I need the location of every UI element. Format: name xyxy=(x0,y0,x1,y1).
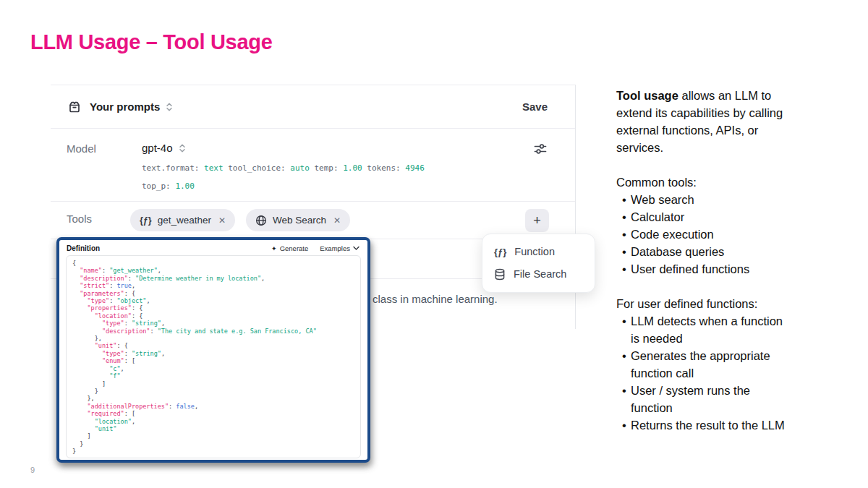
code-line: } xyxy=(72,440,354,448)
intro-bold: Tool usage xyxy=(616,89,678,102)
generate-button[interactable]: ✦ Generate xyxy=(271,244,308,252)
code-token: : xyxy=(109,282,116,289)
code-line: ] xyxy=(72,380,354,388)
chevron-updown-icon xyxy=(178,143,187,153)
chevron-down-icon xyxy=(353,246,359,251)
tool-chip-get-weather[interactable]: {ƒ} get_weather ✕ xyxy=(130,209,235,231)
menu-item-file-search[interactable]: File Search xyxy=(482,265,595,284)
code-line: "description": "Determine weather in my … xyxy=(72,275,354,282)
bullet-item: •Web search xyxy=(616,191,833,208)
param-key: tool_choice: xyxy=(228,163,285,173)
model-select[interactable]: gpt-4o xyxy=(142,142,187,154)
common-tools-heading: Common tools: xyxy=(616,174,833,191)
bullet-text: Calculator xyxy=(631,208,833,226)
code-token: "The city and state e.g. San Francisco, … xyxy=(158,328,317,335)
code-token: : xyxy=(102,267,109,274)
bullet-text: Returns the result to the LLM xyxy=(631,416,833,434)
code-line: }, xyxy=(72,335,354,342)
code-token: : [ xyxy=(124,357,135,364)
sliders-settings-icon[interactable] xyxy=(533,142,548,156)
param-value: text xyxy=(204,163,224,173)
tool-chip-web-search[interactable]: Web Search ✕ xyxy=(246,209,350,231)
bullet-text: Web search xyxy=(631,191,833,208)
bullet-item: •Code execution xyxy=(616,226,833,243)
code-token xyxy=(72,328,102,335)
add-tool-button[interactable]: + xyxy=(525,209,549,232)
code-token: : xyxy=(109,297,116,304)
save-button[interactable]: Save xyxy=(522,100,548,113)
code-line: "strict": true, xyxy=(72,282,354,289)
code-token: , xyxy=(132,418,135,425)
bullet-item: •Database queries xyxy=(616,243,833,260)
code-token: } xyxy=(72,448,76,455)
code-token: "get_weather" xyxy=(109,267,158,274)
bullet-text: Database queries xyxy=(631,243,833,260)
close-icon[interactable]: ✕ xyxy=(218,215,226,226)
model-label: Model xyxy=(67,142,96,155)
tool-chip-label: Web Search xyxy=(273,215,326,226)
code-token: "required" xyxy=(87,410,124,417)
code-token: "properties" xyxy=(87,304,131,312)
bullet-dot: • xyxy=(616,416,631,434)
code-line: "description": "The city and state e.g. … xyxy=(72,328,354,335)
close-icon[interactable]: ✕ xyxy=(333,215,341,226)
code-token: }, xyxy=(72,395,95,402)
code-token: ] xyxy=(72,380,106,388)
code-token: , xyxy=(261,275,265,282)
param-value: 1.00 xyxy=(343,163,362,173)
code-token: : xyxy=(169,403,176,410)
code-token: "string" xyxy=(132,320,161,327)
code-token xyxy=(72,357,102,364)
code-token xyxy=(72,267,80,274)
code-token: "location" xyxy=(95,312,132,320)
examples-label: Examples xyxy=(320,244,350,252)
code-token xyxy=(72,410,87,417)
code-line: "location": { xyxy=(72,312,354,320)
function-definition-panel: Definition ✦ Generate Examples { "name":… xyxy=(56,237,370,463)
code-token: : { xyxy=(116,342,127,349)
sidebar-text: Tool usage allows an LLM to extend its c… xyxy=(616,87,833,434)
code-line: "type": "string", xyxy=(72,350,354,357)
code-line: { xyxy=(72,260,354,267)
menu-item-function[interactable]: {ƒ} Function xyxy=(482,242,595,261)
bullet-text: Code execution xyxy=(631,226,833,243)
code-token xyxy=(72,425,95,432)
slide-title: LLM Usage – Tool Usage xyxy=(30,30,272,54)
slide: LLM Usage – Tool Usage Your prompts Save… xyxy=(0,0,868,488)
code-line: "unit" xyxy=(72,425,354,432)
tools-label: Tools xyxy=(67,213,92,225)
code-token xyxy=(72,342,95,349)
chevron-updown-icon[interactable] xyxy=(165,102,174,112)
code-token xyxy=(72,350,102,357)
code-token xyxy=(72,418,95,425)
code-token: : { xyxy=(132,304,142,312)
definition-title: Definition xyxy=(67,244,100,252)
definition-code[interactable]: { "name": "get_weather", "description": … xyxy=(66,255,361,458)
code-token: "string" xyxy=(132,350,161,357)
page-number: 9 xyxy=(30,466,35,474)
code-token: : { xyxy=(124,290,135,297)
bullet-dot: • xyxy=(616,260,631,278)
code-line: "type": "object", xyxy=(72,297,354,304)
generate-label: Generate xyxy=(280,244,309,252)
prompt-background-text: class in machine learning. xyxy=(373,293,498,305)
code-token: : [ xyxy=(124,410,135,417)
code-token: "parameters" xyxy=(80,290,124,297)
code-line: ] xyxy=(72,432,354,440)
param-key: temp: xyxy=(314,163,338,173)
code-token xyxy=(72,275,80,282)
code-token: "type" xyxy=(102,320,124,327)
prompts-title[interactable]: Your prompts xyxy=(90,100,160,113)
examples-dropdown[interactable]: Examples xyxy=(320,244,359,252)
bullet-text: User / system runs the function xyxy=(631,382,833,416)
code-token: "strict" xyxy=(80,282,109,289)
code-token: : xyxy=(128,275,135,282)
code-line: "name": "get_weather", xyxy=(72,267,354,274)
param-value: 1.00 xyxy=(175,181,195,191)
code-token xyxy=(72,304,87,312)
code-token: , xyxy=(146,297,150,304)
code-token: : xyxy=(124,320,132,327)
code-token: } xyxy=(72,388,98,395)
bullet-item: •Calculator xyxy=(616,208,833,226)
definition-header: Definition ✦ Generate Examples xyxy=(59,240,367,255)
